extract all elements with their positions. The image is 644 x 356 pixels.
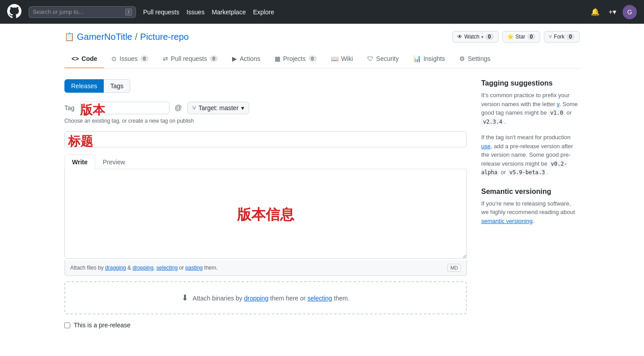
binary-attach-area[interactable]: ⬇ Attach binaries by dropping them here … xyxy=(64,281,467,314)
download-arrow-icon: ⬇ xyxy=(182,293,188,302)
watch-caret-icon: ▾ xyxy=(481,34,483,39)
watch-icon: 👁 xyxy=(457,34,462,40)
nav-label-settings: Settings xyxy=(468,55,491,62)
nav-tab-code[interactable]: <> Code xyxy=(64,50,104,69)
tagging-v-link[interactable]: v xyxy=(557,101,559,107)
issues-badge: 0 xyxy=(140,56,148,62)
tag-hint-text: Choose an existing tag, or create a new … xyxy=(64,118,467,124)
description-textarea[interactable] xyxy=(64,169,467,259)
tags-tab-button[interactable]: Tags xyxy=(104,79,130,93)
attach-pasting-link[interactable]: pasting xyxy=(186,265,203,271)
repo-owner-link[interactable]: GamerNoTitle xyxy=(77,32,132,42)
nav-marketplace[interactable]: Marketplace xyxy=(212,9,246,16)
binary-dropping-link[interactable]: dropping xyxy=(244,295,269,302)
fork-button[interactable]: ⑂ Fork 0 xyxy=(544,31,580,43)
star-label: Star xyxy=(516,34,525,40)
search-kbd: / xyxy=(125,9,132,16)
tag-example-1: v1.0 xyxy=(548,109,565,116)
nav-pull-requests[interactable]: Pull requests xyxy=(143,9,179,16)
fork-count: 0 xyxy=(566,34,575,40)
nav-issues[interactable]: Issues xyxy=(186,9,204,16)
attach-bar: Attach files by dragging & dropping, sel… xyxy=(64,260,467,276)
attach-selecting-link[interactable]: selecting xyxy=(157,265,178,271)
tag-label: Tag xyxy=(64,104,75,112)
watch-label: Watch xyxy=(464,34,479,40)
target-caret-icon: ▾ xyxy=(241,104,244,112)
tag-input[interactable] xyxy=(80,102,169,114)
tab-buttons: Releases Tags xyxy=(64,79,467,93)
navbar-links: Pull requests Issues Marketplace Explore xyxy=(143,9,274,16)
settings-icon: ⚙ xyxy=(459,55,465,62)
star-icon: ⭐ xyxy=(507,34,514,40)
prerelease-checkbox[interactable] xyxy=(64,322,70,328)
nav-label-wiki: Wiki xyxy=(341,55,353,62)
page-inner: 📋 GamerNoTitle / Picture-repo 👁 Watch ▾ … xyxy=(54,24,590,329)
new-dropdown-button[interactable]: +▾ xyxy=(606,6,619,18)
search-input[interactable] xyxy=(33,9,125,15)
navbar-right: 🔔 +▾ G xyxy=(588,5,637,19)
nav-label-insights: Insights xyxy=(424,55,445,62)
watch-button[interactable]: 👁 Watch ▾ 0 xyxy=(452,31,498,43)
pull-requests-icon: ⇄ xyxy=(163,55,168,62)
write-tab[interactable]: Write xyxy=(64,154,95,169)
at-sign: @ xyxy=(175,104,182,112)
notification-bell-icon[interactable]: 🔔 xyxy=(588,6,602,18)
user-avatar[interactable]: G xyxy=(623,5,637,19)
tag-row: Tag 版本 @ ⑂ Target: master ▾ xyxy=(64,102,467,114)
fork-label: Fork xyxy=(554,34,564,40)
target-label: Target: master xyxy=(199,104,238,112)
repo-nav: <> Code ⊙ Issues 0 ⇄ Pull requests 0 ▶ A… xyxy=(64,50,580,69)
nav-tab-projects[interactable]: ▦ Projects 0 xyxy=(267,50,324,69)
navbar: / Pull requests Issues Marketplace Explo… xyxy=(0,0,644,24)
nav-label-projects: Projects xyxy=(283,55,306,62)
tag-example-2: v2.3.4 xyxy=(481,118,504,125)
watch-count: 0 xyxy=(485,34,494,40)
nav-tab-actions[interactable]: ▶ Actions xyxy=(225,50,267,69)
nav-label-actions: Actions xyxy=(240,55,260,62)
actions-icon: ▶ xyxy=(232,55,237,62)
nav-tab-wiki[interactable]: 📖 Wiki xyxy=(324,50,360,69)
branch-icon: ⑂ xyxy=(192,104,196,112)
github-logo[interactable] xyxy=(7,4,21,20)
semantic-text: If you're new to releasing software, we … xyxy=(481,199,580,226)
insights-icon: 📊 xyxy=(413,55,421,62)
write-preview-tabs: Write Preview xyxy=(64,154,467,169)
nav-tab-security[interactable]: 🛡 Security xyxy=(360,50,406,69)
star-button[interactable]: ⭐ Star 0 xyxy=(502,31,541,43)
semantic-versioning-link[interactable]: semantic versioning xyxy=(481,218,533,224)
releases-tab-button[interactable]: Releases xyxy=(64,79,104,93)
nav-tab-issues[interactable]: ⊙ Issues 0 xyxy=(104,50,156,69)
wiki-icon: 📖 xyxy=(331,55,339,62)
nav-label-issues: Issues xyxy=(119,55,137,62)
security-icon: 🛡 xyxy=(367,55,373,62)
nav-tab-pull-requests[interactable]: ⇄ Pull requests 0 xyxy=(156,50,225,69)
nav-tab-insights[interactable]: 📊 Insights xyxy=(406,50,452,69)
binary-selecting-link[interactable]: selecting xyxy=(307,295,332,302)
main-layout: Releases Tags Tag 版本 @ ⑂ Target: master … xyxy=(64,79,580,329)
title-input[interactable] xyxy=(64,131,467,147)
code-icon: <> xyxy=(72,55,79,62)
nav-explore[interactable]: Explore xyxy=(253,9,274,16)
attach-dragging-link[interactable]: dragging xyxy=(105,265,126,271)
fork-icon: ⑂ xyxy=(549,34,552,40)
search-box[interactable]: / xyxy=(29,6,136,18)
nav-tab-settings[interactable]: ⚙ Settings xyxy=(452,50,498,69)
pull-requests-badge: 0 xyxy=(210,56,218,62)
attach-text: Attach files by dragging & dropping, sel… xyxy=(70,265,218,271)
repo-separator: / xyxy=(135,32,138,42)
title-input-wrapper: 标题 xyxy=(64,131,467,154)
nav-label-security: Security xyxy=(376,55,399,62)
prerelease-label: This is a pre-release xyxy=(74,322,131,329)
repo-name-link[interactable]: Picture-repo xyxy=(140,32,189,42)
projects-badge: 0 xyxy=(309,56,317,62)
preview-tab[interactable]: Preview xyxy=(95,154,133,169)
tagging-suggestions-section: Tagging suggestions It's common practice… xyxy=(481,79,580,177)
sidebar: Tagging suggestions It's common practice… xyxy=(481,79,580,236)
tagging-use-link[interactable]: use xyxy=(481,143,491,150)
full-page: / Pull requests Issues Marketplace Explo… xyxy=(0,0,644,356)
target-branch-button[interactable]: ⑂ Target: master ▾ xyxy=(187,102,249,114)
attach-dropping-link[interactable]: dropping xyxy=(132,265,153,271)
markdown-icon: MD xyxy=(447,264,461,272)
tag-input-wrapper: 版本 xyxy=(80,102,169,114)
tagging-prerelease-text: If the tag isn't meant for production us… xyxy=(481,133,580,177)
